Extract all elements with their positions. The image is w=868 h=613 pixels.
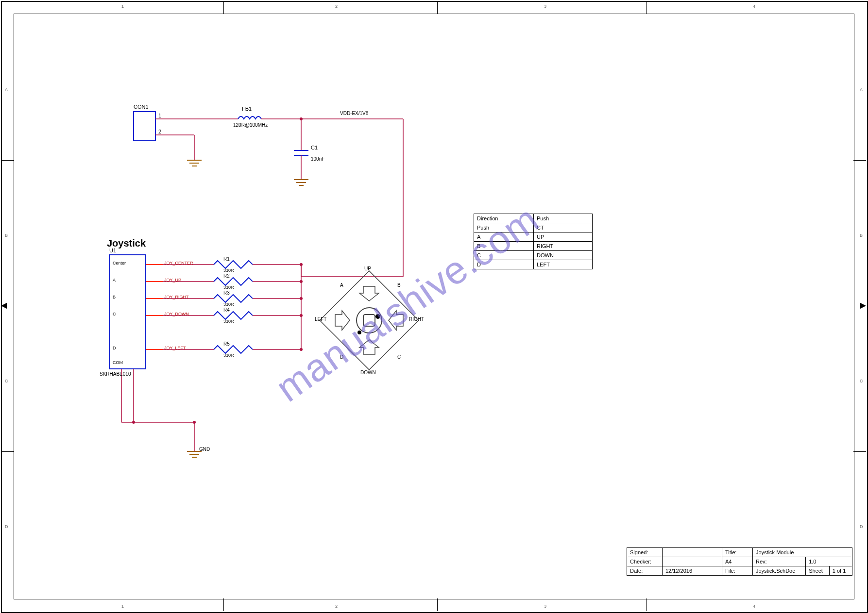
ori-up: UP bbox=[364, 266, 371, 271]
table-row: PushCT bbox=[474, 223, 593, 232]
table-row: Signed: Title: Joystick Module bbox=[627, 548, 852, 557]
r1-pname: Center bbox=[113, 261, 126, 265]
td: D bbox=[474, 260, 534, 269]
r5-net: JOY_LEFT bbox=[164, 346, 186, 350]
tb-title: Title: bbox=[722, 548, 753, 557]
tb-checked: Checker: bbox=[627, 557, 663, 566]
r2-val: 330R bbox=[223, 285, 234, 290]
r2-net: JOY_UP bbox=[164, 278, 181, 282]
resistor-icon bbox=[214, 278, 253, 285]
ori-a: A bbox=[340, 282, 343, 288]
joystick-diagram-icon bbox=[320, 271, 419, 370]
th-push: Push bbox=[534, 214, 593, 223]
r5-pname: D bbox=[113, 346, 116, 350]
r3-pname: B bbox=[113, 295, 116, 299]
table-row: DLEFT bbox=[474, 260, 593, 269]
tb-rev: Rev: bbox=[753, 557, 806, 566]
td: UP bbox=[534, 232, 593, 242]
ic-ref: U1 bbox=[109, 248, 116, 253]
table-row: AUP bbox=[474, 232, 593, 242]
tb-title-v: Joystick Module bbox=[753, 548, 852, 557]
svg-point-3 bbox=[357, 308, 382, 333]
cap-ref: C1 bbox=[311, 145, 318, 150]
td: RIGHT bbox=[534, 242, 593, 251]
table-row: Checker: A4 Rev: 1.0 bbox=[627, 557, 852, 566]
r4-net: JOY_DOWN bbox=[164, 312, 189, 316]
td: Push bbox=[474, 223, 534, 232]
td: C bbox=[474, 251, 534, 260]
td: A bbox=[474, 232, 534, 242]
tb-file: File: bbox=[722, 566, 753, 576]
title-block: Signed: Title: Joystick Module Checker: … bbox=[627, 547, 852, 576]
td: LEFT bbox=[534, 260, 593, 269]
resistor-icon bbox=[214, 295, 253, 302]
tb-sheet: Sheet bbox=[806, 566, 830, 576]
fb-ref: FB1 bbox=[242, 106, 252, 112]
r3-net: JOY_RIGHT bbox=[164, 295, 189, 299]
tb-sheet-v: 1 of 1 bbox=[829, 566, 852, 576]
r5-val: 330R bbox=[223, 353, 234, 358]
conn-pin2: 2 bbox=[158, 129, 161, 134]
tb-of: of bbox=[837, 568, 841, 574]
svg-rect-4 bbox=[363, 315, 375, 326]
tb-rev-v: 1.0 bbox=[806, 557, 852, 566]
ori-d: D bbox=[340, 354, 343, 360]
junction-icon bbox=[132, 421, 135, 424]
svg-rect-2 bbox=[320, 271, 419, 370]
ori-right: RIGHT bbox=[409, 316, 424, 322]
tb-size: A4 bbox=[722, 557, 753, 566]
tb-file-v: Joystick.SchDoc bbox=[753, 566, 806, 576]
cap-val: 100nF bbox=[311, 156, 324, 162]
r2-pname: A bbox=[113, 278, 116, 282]
r4-pname: C bbox=[113, 312, 116, 316]
svg-point-6 bbox=[357, 331, 361, 334]
r3-val: 330R bbox=[223, 302, 234, 307]
resistor-icon bbox=[214, 312, 253, 319]
direction-table: DirectionPush PushCT AUP BRIGHT CDOWN DL… bbox=[474, 214, 593, 269]
table-row: Date: 12/12/2016 File: Joystick.SchDoc S… bbox=[627, 566, 852, 576]
svg-point-5 bbox=[375, 314, 380, 319]
r3-ref: R3 bbox=[223, 290, 230, 296]
r2-ref: R2 bbox=[223, 273, 230, 279]
tb-page: 1 bbox=[833, 568, 835, 574]
r1-val: 330R bbox=[223, 268, 234, 273]
conn-pin1: 1 bbox=[158, 113, 161, 118]
table-row: DirectionPush bbox=[474, 214, 593, 223]
net-vdd: VDD-EX/1V8 bbox=[340, 111, 368, 116]
conn-ref: CON1 bbox=[134, 104, 149, 110]
r4-val: 330R bbox=[223, 319, 234, 324]
schematic-canvas bbox=[0, 0, 868, 613]
fb-val: 120R@100MHz bbox=[233, 122, 268, 128]
td: B bbox=[474, 242, 534, 251]
th-dir: Direction bbox=[474, 214, 534, 223]
ori-c: C bbox=[397, 354, 401, 360]
r5-ref: R5 bbox=[223, 341, 230, 347]
ic-part: SKRHABE010 bbox=[100, 371, 131, 377]
tb-date-v: 12/12/2016 bbox=[663, 566, 722, 576]
tb-pages: 1 bbox=[843, 568, 846, 574]
inductor-icon bbox=[238, 116, 261, 119]
td: DOWN bbox=[534, 251, 593, 260]
ori-b: B bbox=[397, 282, 401, 288]
tb-signed: Signed: bbox=[627, 548, 663, 557]
com-label: COM bbox=[113, 360, 123, 365]
table-row: CDOWN bbox=[474, 251, 593, 260]
r4-ref: R4 bbox=[223, 307, 230, 313]
table-row: BRIGHT bbox=[474, 242, 593, 251]
gnd-label: GND bbox=[199, 447, 210, 452]
tb-signed-v bbox=[663, 548, 722, 557]
tb-date: Date: bbox=[627, 566, 663, 576]
resistor-icon bbox=[214, 261, 253, 268]
ori-down: DOWN bbox=[360, 370, 376, 375]
tb-checked-v bbox=[663, 557, 722, 566]
r1-net: JOY_CENTER bbox=[164, 261, 193, 265]
schematic-sheet: 1 2 3 4 1 2 3 4 A B C D A B C D bbox=[0, 0, 868, 613]
r1-ref: R1 bbox=[223, 256, 230, 262]
ori-left: LEFT bbox=[315, 316, 326, 322]
connector-body-icon bbox=[134, 112, 155, 141]
resistor-icon bbox=[214, 346, 253, 353]
td: CT bbox=[534, 223, 593, 232]
